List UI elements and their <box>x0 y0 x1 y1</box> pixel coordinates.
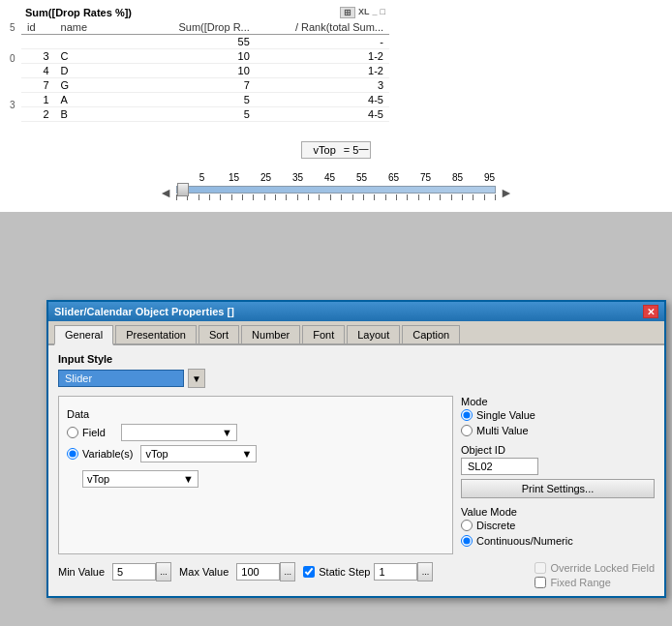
icon-minimize[interactable]: _ <box>373 7 378 18</box>
slider-tick <box>275 194 276 200</box>
variable-dropdown[interactable]: vTop ▼ <box>140 445 257 462</box>
cell-name: C <box>55 49 144 64</box>
slider-tick <box>374 194 375 200</box>
input-style-row: Slider ▼ <box>58 369 655 388</box>
col-header-rank: / Rank(total Sum... <box>256 20 389 35</box>
field-radio-label: Field <box>82 427 106 438</box>
field-dropdown[interactable]: ▼ <box>121 424 237 441</box>
max-value-btn[interactable]: ... <box>280 562 295 581</box>
step-value-input[interactable] <box>374 563 417 581</box>
cell-rank: 4-5 <box>256 93 389 107</box>
print-settings-button[interactable]: Print Settings... <box>461 479 655 498</box>
slider-tick <box>286 194 287 200</box>
override-locked-checkbox[interactable] <box>535 562 546 574</box>
tab-layout[interactable]: Layout <box>347 325 400 343</box>
slider-tick <box>473 194 473 200</box>
min-value-input[interactable] <box>112 563 156 581</box>
input-style-arrow[interactable]: ▼ <box>188 369 205 388</box>
variable2-value: vTop <box>87 473 109 485</box>
static-step-checkbox[interactable] <box>303 566 315 578</box>
dialog-tabs: GeneralPresentationSortNumberFontLayoutC… <box>48 321 664 345</box>
fixed-range-checkbox[interactable] <box>535 577 546 588</box>
slider-tick <box>242 194 243 200</box>
value-mode-radio-group: Discrete Continuous/Numeric <box>461 520 655 547</box>
slider-label: 95 <box>473 172 505 183</box>
slider-tick <box>385 194 386 200</box>
slider-tick <box>220 194 221 200</box>
icon-maximize[interactable]: □ <box>381 7 385 18</box>
tab-presentation[interactable]: Presentation <box>115 325 197 343</box>
cell-rank: 1-2 <box>256 49 389 64</box>
variables-radio-item: Variable(s) vTop ▼ <box>67 445 444 462</box>
spreadsheet-area: 5 0 3 Sum([Drop Rates %]) ⊞ XL _ □ <box>0 0 672 135</box>
slider-tick <box>231 194 232 200</box>
slider-left-arrow[interactable]: ◄ <box>159 185 172 200</box>
slider-label: 25 <box>250 172 282 183</box>
multi-value-radio[interactable] <box>461 425 473 436</box>
min-value-label: Min Value <box>58 566 105 578</box>
vtop-section: vTop = 5 — <box>0 135 672 164</box>
icon-table[interactable]: ⊞ <box>340 7 355 18</box>
cell-id: 1 <box>21 93 55 107</box>
max-value-input[interactable] <box>236 563 280 581</box>
slider-label: 85 <box>442 172 473 183</box>
tab-sort[interactable]: Sort <box>199 325 239 343</box>
single-value-radio-item: Single Value <box>461 409 655 421</box>
cell-sum: 7 <box>144 78 256 93</box>
field-radio[interactable] <box>67 427 78 438</box>
slider-tick <box>253 194 254 200</box>
discrete-label: Discrete <box>476 520 515 531</box>
mode-label: Mode <box>461 396 655 407</box>
variable-dropdown-arrow: ▼ <box>241 448 252 460</box>
slider-label: 5 <box>186 172 218 183</box>
slider-thumb[interactable] <box>177 183 189 196</box>
slider-tick <box>495 194 496 200</box>
vtop-label: vTop <box>314 144 336 156</box>
mode-radio-group: Single Value Multi Value <box>461 409 655 436</box>
step-value-btn[interactable]: ... <box>417 562 433 581</box>
tab-number[interactable]: Number <box>241 325 300 343</box>
slider-tick <box>341 194 342 200</box>
value-mode-label: Value Mode <box>461 506 655 518</box>
slider-label: 15 <box>218 172 250 183</box>
step-value-wrapper: ... <box>374 562 433 581</box>
tab-font[interactable]: Font <box>302 325 345 343</box>
cell-sum: 10 <box>144 49 256 64</box>
field-dropdown-arrow: ▼ <box>222 427 232 438</box>
object-id-value[interactable]: SL02 <box>461 458 538 475</box>
cell-rank: 3 <box>256 78 389 93</box>
vtop-minimize[interactable]: — <box>358 143 368 154</box>
slider-labels: 5152535455565758595 <box>186 172 505 183</box>
value-mode-section: Value Mode Discrete Continuous/Numeric <box>461 506 655 547</box>
input-style-dropdown[interactable]: Slider <box>58 370 184 387</box>
discrete-radio[interactable] <box>461 520 473 531</box>
slider-tick <box>363 194 364 200</box>
bottom-row: Min Value ... Max Value ... Static Step … <box>58 562 655 588</box>
slider-ticks <box>176 194 496 200</box>
tab-general[interactable]: General <box>54 325 113 345</box>
slider-area: 5152535455565758595 ◄ ► <box>0 164 672 212</box>
min-value-btn[interactable]: ... <box>156 562 171 581</box>
variable2-dropdown[interactable]: vTop ▼ <box>82 470 199 488</box>
field-radio-item: Field ▼ <box>67 424 444 441</box>
cell-rank: 4-5 <box>256 107 389 122</box>
slider-tick <box>418 194 419 200</box>
col-header-sum: Sum([Drop R... <box>144 20 256 35</box>
cell-sum: 5 <box>144 107 256 122</box>
variables-radio[interactable] <box>67 448 78 460</box>
slider-track[interactable] <box>176 186 496 194</box>
tab-caption[interactable]: Caption <box>402 325 460 343</box>
override-label: Override Locked Field <box>550 562 655 574</box>
dialog-close-button[interactable]: ✕ <box>643 305 658 318</box>
icon-xl[interactable]: XL <box>358 7 370 18</box>
vtop-value: = 5 <box>344 144 359 156</box>
cell-rank: 1-2 <box>256 64 389 78</box>
col-header-id: id <box>21 20 55 35</box>
continuous-radio[interactable] <box>461 535 473 547</box>
variable-value: vTop <box>145 448 168 460</box>
cell-id: 4 <box>21 64 55 78</box>
single-value-radio[interactable] <box>461 409 473 421</box>
slider-tick <box>209 194 210 200</box>
slider-right-arrow[interactable]: ► <box>500 185 513 200</box>
cell-name: D <box>55 64 144 78</box>
